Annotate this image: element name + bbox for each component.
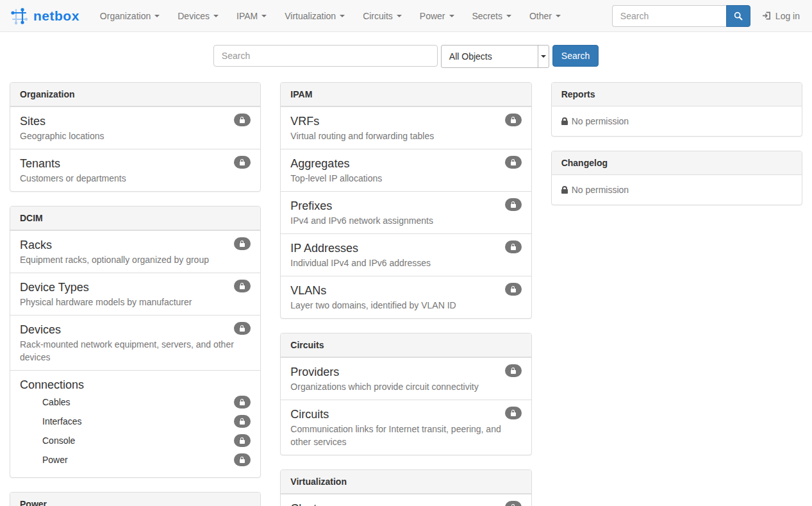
panel-power: Power [10,492,261,506]
list-item-tenants[interactable]: Tenants Customers or departments [10,149,260,191]
item-title: Connections [20,377,251,392]
item-description: Organizations which provide circuit conn… [290,380,521,393]
menu-label: Organization [100,11,151,21]
global-search-input[interactable] [213,45,438,67]
menu-other[interactable]: Other [520,0,570,32]
navbar-search-button[interactable] [726,5,750,27]
lock-badge-icon [234,453,251,466]
menu-power[interactable]: Power [411,0,463,32]
list-item-prefixes[interactable]: Prefixes IPv4 and IPv6 network assignmen… [281,191,531,233]
item-title[interactable]: Devices [20,322,251,337]
sub-item-label[interactable]: Interfaces [42,416,81,426]
sub-item-label[interactable]: Cables [42,397,70,407]
lock-badge-icon [505,240,522,253]
sub-item-cables[interactable]: Cables [20,392,251,412]
chevron-down-icon [397,15,402,17]
panel-organization: Organization Sites Geographic locations … [10,82,261,192]
menu-devices[interactable]: Devices [169,0,228,32]
reports-no-permission: No permission [552,106,802,136]
panel-title: IPAM [281,83,531,106]
select-caret-box [538,46,549,67]
menu-ipam[interactable]: IPAM [228,0,276,32]
list-item-vlans[interactable]: VLANs Layer two domains, identified by V… [281,276,531,318]
menu-label: IPAM [236,11,258,21]
menu-circuits[interactable]: Circuits [354,0,411,32]
list-item-ip-addresses[interactable]: IP Addresses Individual IPv4 and IPv6 ad… [281,233,531,276]
panel-title: Changelog [552,151,802,175]
column-middle: IPAM VRFs Virtual routing and forwarding… [280,82,531,506]
search-icon [734,12,743,21]
list-item-vrfs[interactable]: VRFs Virtual routing and forwarding tabl… [281,106,531,149]
sub-item-power[interactable]: Power [20,450,251,469]
menu-label: Devices [178,11,210,21]
item-description: Geographic locations [20,130,251,142]
chevron-down-icon [213,15,219,17]
lock-badge-icon [505,407,522,419]
netbox-brand[interactable]: netbox [10,6,79,26]
lock-badge-icon [234,415,251,428]
navbar-search-input[interactable] [612,5,726,27]
list-item-sites[interactable]: Sites Geographic locations [10,106,260,149]
lock-badge-icon [505,501,522,506]
no-permission-text: No permission [572,116,629,126]
chevron-down-icon [506,15,511,17]
item-title[interactable]: IP Addresses [290,240,521,256]
item-description: Communication links for Internet transit… [290,423,511,448]
login-label: Log in [775,11,800,21]
lock-badge-icon [234,156,251,169]
object-type-selected-value: All Objects [442,46,538,67]
item-title[interactable]: Aggregates [290,156,521,171]
item-description: Virtual routing and forwarding tables [290,130,521,142]
list-item-aggregates[interactable]: Aggregates Top-level IP allocations [281,149,531,191]
item-title[interactable]: VRFs [290,114,521,129]
item-description: Customers or departments [20,172,251,185]
sub-item-label[interactable]: Power [42,455,68,465]
panel-title: Reports [552,83,802,106]
menu-organization[interactable]: Organization [91,0,169,32]
item-title[interactable]: Sites [20,114,251,129]
sub-item-console[interactable]: Console [20,431,251,450]
item-description: Equipment racks, optionally organized by… [20,253,251,266]
object-type-select[interactable]: All Objects [441,45,549,68]
brand-name: netbox [33,8,79,24]
item-title[interactable]: Racks [20,237,251,253]
list-item-devices[interactable]: Devices Rack-mounted network equipment, … [10,315,260,370]
panel-title: DCIM [10,207,260,230]
lock-badge-icon [234,280,251,292]
menu-label: Other [529,11,552,21]
menu-virtualization[interactable]: Virtualization [276,0,354,32]
dashboard-columns: Organization Sites Geographic locations … [10,82,802,506]
item-title[interactable]: VLANs [290,283,521,298]
item-title[interactable]: Circuits [290,407,521,422]
list-item-clusters[interactable]: Clusters [281,494,531,506]
panel-title: Virtualization [281,470,531,494]
list-item-providers[interactable]: Providers Organizations which provide ci… [281,357,531,400]
item-title[interactable]: Tenants [20,156,251,171]
menu-secrets[interactable]: Secrets [463,0,520,32]
sub-item-interfaces[interactable]: Interfaces [20,412,251,431]
lock-badge-icon [234,434,251,447]
lock-badge-icon [234,396,251,409]
item-title[interactable]: Device Types [20,280,251,295]
item-title[interactable]: Prefixes [290,198,521,214]
chevron-down-icon [556,15,561,17]
menu-label: Circuits [363,11,393,21]
login-link[interactable]: Log in [759,11,802,21]
list-item-circuits[interactable]: Circuits Communication links for Interne… [281,400,531,455]
list-item-device-types[interactable]: Device Types Physical hardware models by… [10,273,260,315]
changelog-no-permission: No permission [552,175,802,205]
panel-reports: Reports No permission [551,82,802,137]
list-item-connections: Connections Cables Interfaces Console Po… [10,370,260,477]
item-title[interactable]: Clusters [290,501,521,506]
sub-item-label[interactable]: Console [42,435,75,446]
item-description: Individual IPv4 and IPv6 addresses [290,257,521,269]
navbar: netbox Organization Devices IPAM Virtual… [0,0,812,32]
panel-ipam: IPAM VRFs Virtual routing and forwarding… [280,82,531,319]
list-item-racks[interactable]: Racks Equipment racks, optionally organi… [10,230,260,273]
item-description: Physical hardware models by manufacturer [20,296,251,308]
item-description: Top-level IP allocations [290,172,521,185]
item-title[interactable]: Providers [290,364,521,380]
menu-label: Power [420,11,445,21]
global-search-button[interactable]: Search [552,45,599,67]
lock-icon [561,189,568,194]
